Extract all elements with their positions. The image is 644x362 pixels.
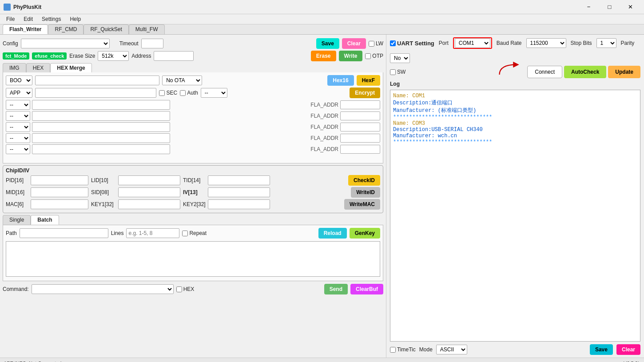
tab-multi-fw[interactable]: Multi_FW	[129, 24, 165, 34]
erase-button[interactable]: Erase	[311, 51, 336, 61]
fla-select-5[interactable]: --	[6, 144, 30, 154]
path-input[interactable]	[20, 228, 108, 238]
fla-input-2[interactable]	[32, 111, 170, 121]
otp-checkbox[interactable]	[365, 53, 371, 59]
lw-checkbox[interactable]	[369, 41, 374, 47]
hexf-button[interactable]: HexF	[357, 75, 380, 86]
boot-select[interactable]: BOO	[6, 76, 32, 85]
lw-checkbox-label[interactable]: LW	[369, 40, 383, 47]
fla-select-2[interactable]: --	[6, 111, 30, 121]
otp-checkbox-label[interactable]: OTP	[365, 53, 383, 59]
writeid-button[interactable]: WriteID	[351, 187, 380, 198]
app-input[interactable]	[35, 88, 156, 98]
menu-edit[interactable]: Edit	[19, 15, 37, 23]
fla-addr-input-3[interactable]	[340, 123, 380, 131]
tab-flash-writer[interactable]: Flash_Writer	[3, 24, 48, 34]
lid-input[interactable]	[118, 175, 180, 185]
batch-textarea[interactable]	[6, 241, 380, 277]
boot-input[interactable]	[35, 76, 159, 85]
fla-input-1[interactable]	[32, 100, 170, 110]
clearbuf-button[interactable]: ClearBuf	[350, 284, 383, 294]
mode-select[interactable]: ASCII HEX	[436, 345, 467, 354]
hex-checkbox-label[interactable]: HEX	[176, 286, 195, 292]
iv-input[interactable]	[208, 187, 270, 197]
sec-checkbox-label[interactable]: SEC	[159, 90, 177, 96]
uart-checkbox[interactable]	[390, 40, 396, 46]
parity-select[interactable]: No Even Odd	[390, 53, 410, 63]
tid-input[interactable]	[208, 175, 270, 185]
fla-input-5[interactable]	[32, 144, 170, 154]
sid-input[interactable]	[118, 187, 180, 197]
repeat-checkbox-label[interactable]: Repeat	[182, 230, 207, 236]
genkey-button[interactable]: GenKey	[350, 228, 380, 239]
key1-input[interactable]	[118, 199, 180, 209]
stop-select[interactable]: 1 2	[596, 38, 616, 48]
pid-input[interactable]	[31, 175, 88, 185]
no-ota-select[interactable]: No OTA	[162, 76, 202, 85]
img-tab-hex-merge[interactable]: HEX Merge	[50, 63, 91, 72]
close-button[interactable]: ✕	[620, 1, 640, 13]
writemac-button[interactable]: WriteMAC	[344, 199, 380, 210]
fla-input-4[interactable]	[32, 133, 170, 143]
key2-input[interactable]	[208, 199, 270, 209]
sw-checkbox[interactable]	[390, 69, 396, 75]
fla-select-1[interactable]: --	[6, 100, 30, 110]
auth-checkbox-label[interactable]: Auth	[180, 90, 198, 96]
minimize-button[interactable]: −	[579, 1, 599, 13]
path-label: Path	[6, 230, 17, 236]
tab-single[interactable]: Single	[3, 215, 31, 225]
hex-checkbox[interactable]	[176, 286, 182, 292]
connect-button[interactable]: Connect	[527, 66, 562, 78]
log-clear-button[interactable]: Clear	[616, 344, 640, 355]
timeout-input[interactable]: 4000	[141, 39, 163, 48]
autocheck-button[interactable]: AutoCheck	[564, 66, 606, 78]
fla-input-3[interactable]	[32, 122, 170, 132]
img-tab-img[interactable]: IMG	[3, 63, 26, 72]
uart-checkbox-label[interactable]: UART Setting	[390, 40, 434, 47]
fla-addr-input-1[interactable]	[340, 100, 380, 109]
encrypt-button[interactable]: Encrypt	[350, 88, 380, 98]
save-button[interactable]: Save	[316, 38, 339, 49]
menu-help[interactable]: Help	[65, 15, 85, 23]
checkid-button[interactable]: CheckID	[348, 175, 380, 186]
repeat-checkbox[interactable]	[182, 231, 188, 236]
port-select[interactable]: COM1 COM3	[455, 38, 490, 48]
fla-addr-input-2[interactable]	[340, 111, 380, 120]
fla-select-4[interactable]: --	[6, 133, 30, 143]
address-input[interactable]	[154, 51, 194, 61]
maximize-button[interactable]: □	[600, 1, 620, 13]
timetic-checkbox-label[interactable]: TimeTic	[390, 346, 416, 353]
tab-batch[interactable]: Batch	[31, 215, 59, 225]
send-button[interactable]: Send	[324, 284, 348, 294]
sw-checkbox-label[interactable]: SW	[390, 69, 405, 75]
update-button[interactable]: Update	[608, 66, 640, 78]
hex16-button[interactable]: Hex16	[327, 75, 354, 86]
write-button[interactable]: Write	[339, 51, 363, 61]
fla-select-3[interactable]: --	[6, 122, 30, 132]
mac-input[interactable]	[31, 199, 88, 209]
reload-button[interactable]: Reload	[318, 228, 347, 239]
auth-checkbox[interactable]	[180, 90, 186, 96]
img-tab-hex[interactable]: HEX	[26, 63, 51, 72]
fla-addr-1: FLA_ADDR	[307, 102, 338, 108]
auth-select[interactable]: --	[201, 88, 227, 98]
status-info: ART INFO: Not Connected	[4, 361, 61, 362]
mid-input[interactable]	[31, 187, 88, 197]
sec-checkbox[interactable]	[159, 90, 165, 96]
fla-addr-input-4[interactable]	[340, 134, 380, 143]
tid-label: TID[14]	[183, 177, 205, 183]
command-input[interactable]	[32, 284, 174, 294]
clear-button[interactable]: Clear	[342, 38, 366, 49]
menu-file[interactable]: File	[2, 15, 19, 23]
app-select[interactable]: APP	[6, 88, 32, 98]
tab-rf-quickset[interactable]: RF_QuickSet	[83, 24, 128, 34]
erase-size-select[interactable]: 512k	[98, 51, 129, 61]
tab-rf-cmd[interactable]: RF_CMD	[48, 24, 83, 34]
menu-settings[interactable]: Settings	[37, 15, 65, 23]
fla-addr-input-5[interactable]	[340, 145, 380, 154]
timetic-checkbox[interactable]	[390, 347, 396, 353]
baud-select[interactable]: 115200 9600 38400	[526, 38, 566, 48]
log-save-button[interactable]: Save	[590, 344, 613, 355]
config-select[interactable]	[21, 39, 110, 48]
lines-input[interactable]	[126, 228, 179, 238]
